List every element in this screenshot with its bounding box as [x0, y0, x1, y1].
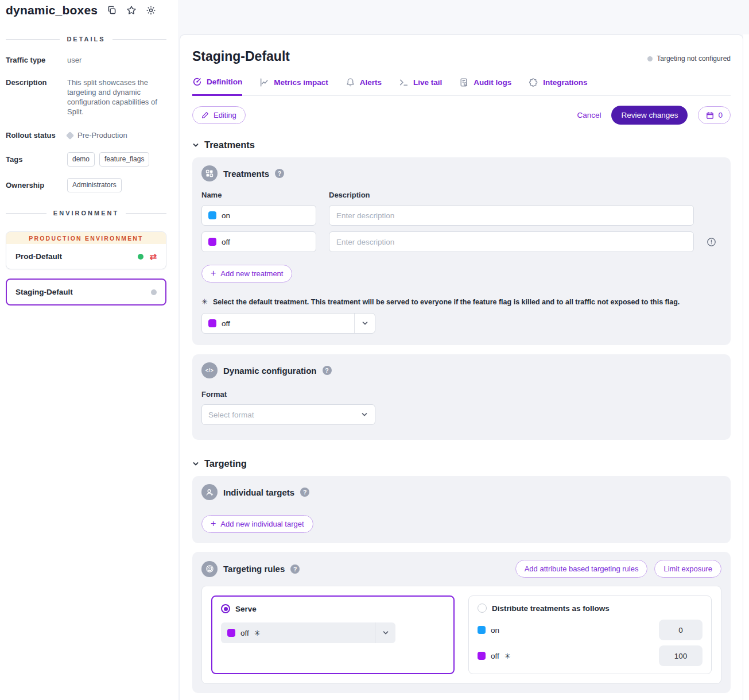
dynamic-configuration-card: </> Dynamic configuration ? Format Selec…: [192, 354, 731, 440]
default-treatment-icon: ✳: [201, 297, 208, 306]
scrollbar-track[interactable]: [743, 34, 749, 700]
targeting-section-title: Targeting: [204, 458, 247, 469]
individual-targets-card: Individual targets ? + Add new individua…: [192, 476, 731, 543]
treatment-name-input[interactable]: on: [201, 205, 316, 226]
default-treatment-select[interactable]: off: [201, 313, 375, 334]
staging-status-dot: [151, 289, 157, 295]
chevron-down-icon[interactable]: [192, 461, 199, 467]
individual-targets-title: Individual targets: [223, 488, 294, 497]
distribution-row: on 0: [478, 620, 703, 640]
default-treatment-icon: ✳: [504, 652, 511, 660]
tab-live-tail[interactable]: Live tail: [399, 77, 442, 95]
rollout-status-row: Rollout status Pre-Production: [0, 130, 178, 140]
limit-exposure-button[interactable]: Limit exposure: [654, 560, 721, 578]
tab-alerts[interactable]: Alerts: [346, 77, 382, 95]
cancel-button[interactable]: Cancel: [577, 111, 601, 119]
distribute-radio[interactable]: [478, 604, 487, 613]
treatments-card-title: Treatments: [223, 169, 269, 179]
editing-badge[interactable]: Editing: [192, 106, 246, 124]
plus-icon: +: [211, 519, 216, 528]
format-select[interactable]: Select format: [201, 404, 375, 425]
tab-label: Live tail: [413, 78, 442, 87]
transfer-arrows-icon[interactable]: ⇄: [149, 252, 157, 261]
treatment-row: off: [201, 231, 721, 252]
copy-icon[interactable]: [107, 5, 117, 16]
chevron-down-icon: [354, 314, 375, 333]
chevron-down-icon: [375, 622, 395, 643]
owner-chip[interactable]: Administrators: [67, 178, 122, 192]
environment-card-prod[interactable]: PRODUCTION ENVIRONMENT Prod-Default ⇄: [6, 231, 166, 269]
production-environment-banner: PRODUCTION ENVIRONMENT: [6, 232, 166, 244]
add-new-treatment-button[interactable]: + Add new treatment: [201, 265, 292, 283]
flag-name: dynamic_boxes: [6, 3, 98, 17]
tab-integrations[interactable]: Integrations: [529, 77, 587, 95]
add-individual-target-button[interactable]: + Add new individual target: [201, 515, 313, 533]
distribute-option-card[interactable]: Distribute treatments as follows on 0 of…: [468, 595, 712, 674]
serve-label: Serve: [235, 605, 257, 613]
add-treatment-label: Add new treatment: [220, 269, 283, 278]
description-row: Description This split showcases the tar…: [0, 78, 178, 117]
treatment-description-input[interactable]: [329, 231, 694, 252]
treatment-color-chip: [208, 319, 216, 327]
treatment-color-chip: [227, 629, 235, 637]
help-icon[interactable]: ?: [275, 169, 284, 178]
tab-bar: Definition Metrics impact Alerts Live ta…: [192, 77, 731, 96]
distribution-percent-input[interactable]: 100: [659, 645, 703, 666]
targeting-rules-title: Targeting rules: [223, 564, 285, 574]
distribution-percent-input[interactable]: 0: [659, 620, 703, 640]
flag-header: dynamic_boxes: [0, 0, 178, 18]
tab-label: Integrations: [543, 78, 587, 87]
tag-chip[interactable]: demo: [67, 152, 95, 167]
distribution-treatment-name: off: [491, 652, 499, 660]
prod-env-name: Prod-Default: [15, 252, 62, 261]
targeting-status-badge: Targeting not configured: [647, 55, 731, 63]
environment-detail-panel: Staging-Default Targeting not configured…: [180, 34, 743, 700]
chevron-down-icon[interactable]: [192, 142, 199, 149]
rule-editor-panel: Serve off ✳ Distribute treatments: [201, 586, 721, 684]
prod-status-dot: [138, 254, 143, 260]
staging-env-name: Staging-Default: [15, 288, 73, 296]
treatment-color-chip: [208, 211, 216, 219]
code-icon: </>: [201, 362, 218, 378]
tags-label: Tags: [6, 154, 67, 167]
description-column-header: Description: [329, 191, 694, 199]
tab-definition[interactable]: Definition: [192, 77, 242, 96]
environment-card-staging[interactable]: Staging-Default: [6, 279, 166, 305]
tag-chip[interactable]: feature_flags: [99, 152, 149, 167]
help-icon[interactable]: ?: [290, 564, 300, 574]
person-add-icon: [201, 484, 218, 500]
bell-icon: [346, 78, 355, 87]
add-attribute-rules-button[interactable]: Add attribute based targeting rules: [515, 560, 648, 578]
details-divider: DETAILS: [6, 36, 166, 42]
default-treatment-icon: ✳: [254, 629, 261, 637]
schedule-button[interactable]: 0: [698, 106, 731, 124]
traffic-type-value: user: [67, 55, 82, 65]
treatment-name: off: [222, 238, 230, 246]
default-treatment-value: off: [222, 319, 230, 328]
dynamic-configuration-title: Dynamic configuration: [223, 366, 317, 376]
gear-icon[interactable]: [146, 5, 156, 16]
tab-label: Definition: [207, 78, 242, 86]
add-individual-target-label: Add new individual target: [220, 520, 304, 528]
help-icon[interactable]: ?: [300, 488, 309, 497]
help-icon[interactable]: ?: [323, 366, 332, 375]
serve-radio[interactable]: [221, 604, 230, 613]
info-alert-icon[interactable]: [707, 237, 721, 247]
star-icon[interactable]: [126, 5, 137, 16]
tab-label: Audit logs: [474, 78, 511, 87]
tags-row: Tags demo feature_flags: [0, 152, 178, 167]
targeting-rules-card: Targeting rules ? Add attribute based ta…: [192, 552, 731, 693]
treatment-name-input[interactable]: off: [201, 231, 316, 252]
review-changes-button[interactable]: Review changes: [611, 106, 688, 125]
treatment-description-input[interactable]: [329, 205, 694, 226]
distribution-treatment-name: on: [491, 626, 499, 635]
target-icon: [201, 561, 218, 577]
name-column-header: Name: [201, 191, 316, 199]
serve-option-card[interactable]: Serve off ✳: [211, 595, 455, 674]
description-value: This split showcases the targeting and d…: [67, 78, 166, 117]
schedule-count: 0: [718, 111, 723, 119]
tab-metrics-impact[interactable]: Metrics impact: [259, 77, 328, 95]
tab-audit-logs[interactable]: Audit logs: [459, 77, 511, 95]
status-text: Targeting not configured: [657, 55, 731, 63]
serve-treatment-select[interactable]: off ✳: [221, 622, 395, 643]
